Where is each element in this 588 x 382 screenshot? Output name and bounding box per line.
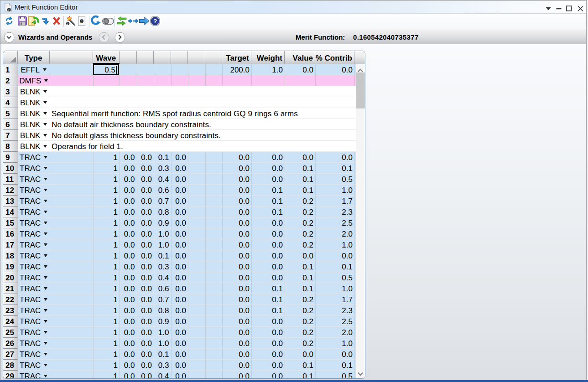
- svg-text:?: ?: [153, 18, 157, 25]
